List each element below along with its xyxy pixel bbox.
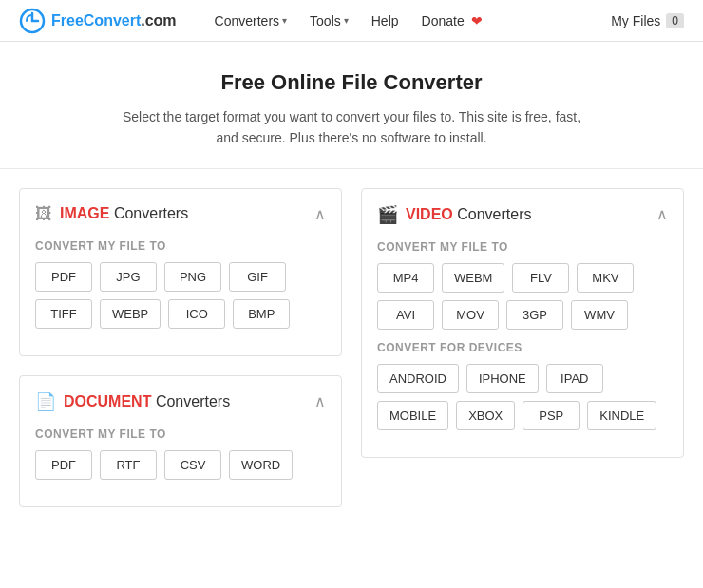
vid-device-mobile[interactable]: MOBILE [377,401,448,430]
image-format-grid: PDF JPG PNG GIF TIFF WEBP ICO BMP [35,262,326,329]
left-column: 🖼 IMAGE Converters ∧ Convert My File To … [19,188,342,507]
my-files[interactable]: My Files 0 [611,13,684,28]
image-card-icon: 🖼 [35,204,52,224]
vid-device-iphone[interactable]: IPHONE [466,364,539,393]
video-format-grid-2: ANDROID IPHONE IPAD MOBILE XBOX PSP KIND… [377,364,668,430]
document-card-title: 📄 DOCUMENT Converters [35,391,230,412]
nav-converters-arrow: ▾ [282,15,287,26]
video-accent: VIDEO Converters [406,206,532,223]
heart-icon: ❤ [471,13,483,28]
vid-device-ipad[interactable]: IPAD [546,364,603,393]
vid-format-3gp[interactable]: 3GP [506,300,563,330]
right-column: 🎬 VIDEO Converters ∧ Convert My File To … [361,188,684,507]
vid-format-mkv[interactable]: MKV [577,263,634,293]
main-nav: Converters ▾ Tools ▾ Help Donate ❤ [205,0,612,42]
vid-device-android[interactable]: ANDROID [377,364,459,393]
nav-help[interactable]: Help [362,0,408,42]
main-content: 🖼 IMAGE Converters ∧ Convert My File To … [0,169,703,526]
vid-format-webm[interactable]: WEBM [442,263,504,293]
document-format-grid: PDF RTF CSV WORD [35,450,326,480]
header: FreeConvert.com Converters ▾ Tools ▾ Hel… [0,0,703,42]
document-converter-card: 📄 DOCUMENT Converters ∧ Convert My File … [19,375,342,507]
document-card-icon: 📄 [35,391,56,412]
video-converter-card: 🎬 VIDEO Converters ∧ Convert My File To … [361,188,684,458]
vid-format-flv[interactable]: FLV [512,263,569,293]
image-converter-card: 🖼 IMAGE Converters ∧ Convert My File To … [19,188,342,356]
format-bmp[interactable]: BMP [233,299,290,329]
nav-donate[interactable]: Donate ❤ [412,0,492,42]
image-card-header: 🖼 IMAGE Converters ∧ [35,204,326,224]
document-accent: DOCUMENT Converters [64,393,230,410]
nav-tools-label: Tools [310,13,341,28]
nav-tools[interactable]: Tools ▾ [300,0,358,42]
vid-format-mov[interactable]: MOV [442,300,499,330]
video-section-label-2: Convert for devices [377,341,668,354]
document-collapse-button[interactable]: ∧ [314,392,326,410]
vid-format-wmv[interactable]: WMV [571,300,628,330]
format-tiff[interactable]: TIFF [35,299,92,329]
nav-tools-arrow: ▾ [344,15,349,26]
image-accent: IMAGE Converters [60,205,188,222]
format-ico[interactable]: ICO [168,299,225,329]
format-png[interactable]: PNG [164,262,221,292]
logo[interactable]: FreeConvert.com [19,8,177,34]
video-section-label-1: Convert My File To [377,240,668,254]
vid-device-kindle[interactable]: KINDLE [587,401,656,430]
nav-help-label: Help [371,13,399,28]
vid-format-avi[interactable]: AVI [377,300,434,330]
doc-format-word[interactable]: WORD [229,450,293,480]
logo-icon [19,8,46,34]
format-jpg[interactable]: JPG [100,262,157,292]
format-pdf[interactable]: PDF [35,262,92,292]
my-files-label: My Files [611,13,660,28]
hero-section: Free Online File Converter Select the ta… [0,42,703,169]
image-section-label: Convert My File To [35,239,326,253]
video-card-title: 🎬 VIDEO Converters [377,204,532,225]
vid-device-xbox[interactable]: XBOX [456,401,515,430]
nav-donate-label: Donate [422,13,465,28]
video-collapse-button[interactable]: ∧ [656,205,668,223]
image-card-title: 🖼 IMAGE Converters [35,204,188,224]
doc-format-pdf[interactable]: PDF [35,450,92,480]
format-gif[interactable]: GIF [229,262,286,292]
logo-text: FreeConvert.com [51,12,177,29]
document-section-label: Convert My File To [35,427,326,441]
my-files-count: 0 [666,13,684,28]
image-collapse-button[interactable]: ∧ [314,205,326,223]
doc-format-csv[interactable]: CSV [164,450,221,480]
page-title: Free Online File Converter [19,70,684,95]
nav-converters[interactable]: Converters ▾ [205,0,296,42]
document-card-header: 📄 DOCUMENT Converters ∧ [35,391,326,412]
format-webp[interactable]: WEBP [100,299,161,329]
hero-description: Select the target format you want to con… [114,106,589,149]
doc-format-rtf[interactable]: RTF [100,450,157,480]
video-card-icon: 🎬 [377,204,398,225]
vid-format-mp4[interactable]: MP4 [377,263,434,293]
nav-converters-label: Converters [215,13,279,28]
vid-device-psp[interactable]: PSP [522,401,580,430]
video-card-header: 🎬 VIDEO Converters ∧ [377,204,668,225]
video-format-grid-1: MP4 WEBM FLV MKV AVI MOV 3GP WMV [377,263,668,330]
